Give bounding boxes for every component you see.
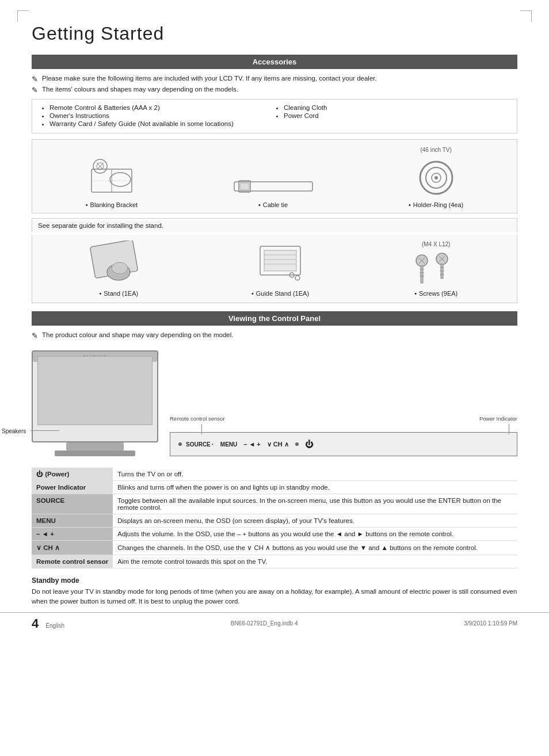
feature-row-power: ⏻ (Power) Turns the TV on or off. bbox=[32, 468, 517, 481]
control-panel-diagram: Remote control sensor Power Indicator SO… bbox=[170, 415, 517, 456]
tv-stand-base bbox=[55, 450, 135, 456]
stand-icon bbox=[90, 240, 147, 287]
blanking-bracket-label: Blanking Bracket bbox=[86, 201, 138, 208]
feature-label-ch: ∨ CH ∧ bbox=[32, 541, 113, 555]
svg-point-24 bbox=[295, 276, 300, 280]
list-item-warranty: Warranty Card / Safety Guide (Not availa… bbox=[49, 120, 274, 127]
svg-rect-19 bbox=[264, 250, 296, 271]
page-title: Getting Started bbox=[32, 23, 517, 44]
feature-row-ch: ∨ CH ∧ Changes the channels. In the OSD,… bbox=[32, 541, 517, 555]
item-guide-stand: Guide Stand (1EA) bbox=[251, 240, 309, 297]
tv-diagram-area: SAMSUNG Speakers Remote control sensor P… bbox=[32, 350, 517, 456]
remote-sensor-label: Remote control sensor bbox=[170, 415, 225, 422]
feature-desc-ch: Changes the channels. In the OSD, use th… bbox=[113, 541, 517, 555]
speakers-line bbox=[30, 430, 59, 431]
feature-row-indicator: Power Indicator Blinks and turns off whe… bbox=[32, 481, 517, 494]
standby-text: Do not leave your TV in standby mode for… bbox=[32, 587, 517, 607]
ch-controls: ∨ CH ∧ bbox=[267, 441, 289, 448]
page-number: 4 bbox=[32, 616, 39, 631]
accessories-items-grid: Blanking Bracket Cable tie (46 inch TV) bbox=[32, 139, 517, 213]
feature-label-remote-sensor: Remote control sensor bbox=[32, 555, 113, 568]
list-item-remote: Remote Control & Batteries (AAA x 2) bbox=[49, 104, 274, 111]
page-wrapper: Getting Started Accessories ✎ Please mak… bbox=[0, 0, 549, 642]
control-panel-section: Viewing the Control Panel ✎ The product … bbox=[32, 311, 517, 607]
features-table: ⏻ (Power) Turns the TV on or off. Power … bbox=[32, 468, 517, 568]
item-holder-ring: (46 inch TV) Holder-Ring (4ea) bbox=[409, 147, 463, 208]
speakers-connector-line bbox=[30, 430, 59, 431]
note-icon-2: ✎ bbox=[32, 86, 38, 94]
page-number-area: 4 English bbox=[32, 616, 64, 631]
corner-mark-tl bbox=[17, 10, 29, 22]
feature-desc-indicator: Blinks and turns off when the power is o… bbox=[113, 481, 517, 494]
stand-label: Stand (1EA) bbox=[99, 290, 138, 297]
screws-label: Screws (9EA) bbox=[414, 290, 458, 297]
list-item-manual: Owner's Instructions bbox=[49, 112, 274, 119]
tv-body: SAMSUNG bbox=[32, 350, 158, 442]
blanking-bracket-icon bbox=[89, 158, 135, 198]
holder-ring-note: (46 inch TV) bbox=[420, 147, 451, 153]
screws-note: (M4 X L12) bbox=[422, 241, 450, 247]
language-label: English bbox=[45, 623, 64, 629]
standby-title: Standby mode bbox=[32, 576, 517, 585]
menu-label: MENU bbox=[220, 441, 237, 448]
stand-items-row: Stand (1EA) Guide Stand (1EA) (M4 X L12) bbox=[32, 235, 517, 303]
screws-icon bbox=[413, 252, 459, 287]
svg-point-17 bbox=[112, 262, 128, 274]
item-screws: (M4 X L12) bbox=[413, 241, 459, 297]
feature-label-menu: MENU bbox=[32, 514, 113, 528]
feature-label-source: SOURCE bbox=[32, 494, 113, 514]
accessories-col-right: Cleaning Cloth Power Cord bbox=[274, 104, 509, 128]
svg-rect-28 bbox=[421, 266, 423, 283]
power-indicator-line bbox=[509, 424, 509, 434]
svg-point-14 bbox=[434, 176, 438, 180]
note-icon-1: ✎ bbox=[32, 75, 38, 83]
feature-desc-source: Toggles between all the available input … bbox=[113, 494, 517, 514]
remote-sensor-line bbox=[201, 424, 202, 434]
page-footer: 4 English BN68-02791D_Eng.indb 4 3/9/201… bbox=[0, 612, 549, 631]
feature-desc-remote-sensor: Aim the remote control towards this spot… bbox=[113, 555, 517, 568]
accessories-header: Accessories bbox=[32, 55, 517, 69]
feature-desc-menu: Displays an on-screen menu, the OSD (on … bbox=[113, 514, 517, 528]
feature-row-remote-sensor: Remote control sensor Aim the remote con… bbox=[32, 555, 517, 568]
power-indicator-label: Power Indicator bbox=[479, 415, 517, 422]
svg-rect-35 bbox=[441, 264, 443, 278]
accessories-col-left: Remote Control & Batteries (AAA x 2) Own… bbox=[40, 104, 274, 128]
svg-rect-10 bbox=[240, 183, 249, 190]
cable-tie-label: Cable tie bbox=[258, 201, 288, 208]
standby-section: Standby mode Do not leave your TV in sta… bbox=[32, 576, 517, 607]
guide-stand-icon bbox=[251, 240, 309, 287]
item-blanking-bracket: Blanking Bracket bbox=[86, 158, 138, 208]
source-label: SOURCE⬞ bbox=[186, 441, 214, 448]
speakers-label: Speakers bbox=[2, 428, 26, 434]
accessories-list-box: Remote Control & Batteries (AAA x 2) Own… bbox=[32, 99, 517, 133]
holder-ring-label: Holder-Ring (4ea) bbox=[409, 201, 463, 208]
control-panel-note: ✎ The product colour and shape may vary … bbox=[32, 331, 517, 340]
control-panel-box: SOURCE⬞ MENU – ◄ + ∨ CH ∧ ⏻ bbox=[170, 432, 517, 456]
item-cable-tie: Cable tie bbox=[233, 175, 314, 208]
note-icon-3: ✎ bbox=[32, 331, 38, 340]
feature-row-source: SOURCE Toggles between all the available… bbox=[32, 494, 517, 514]
footer-date: 3/9/2010 1:10:59 PM bbox=[464, 620, 517, 627]
list-item-cord: Power Cord bbox=[284, 112, 509, 119]
item-stand: Stand (1EA) bbox=[90, 240, 147, 297]
dot-right bbox=[295, 442, 299, 446]
feature-desc-volume: Adjusts the volume. In the OSD, use the … bbox=[113, 528, 517, 541]
list-item-cloth: Cleaning Cloth bbox=[284, 104, 509, 111]
feature-label-power: ⏻ (Power) bbox=[32, 468, 113, 481]
control-labels-row: Remote control sensor Power Indicator bbox=[170, 415, 517, 422]
tv-base bbox=[66, 442, 124, 450]
guide-stand-label: Guide Stand (1EA) bbox=[251, 290, 309, 297]
feature-label-indicator: Power Indicator bbox=[32, 481, 113, 494]
corner-mark-tr bbox=[520, 10, 532, 22]
svg-point-5 bbox=[110, 173, 131, 186]
note-2: ✎ The items' colours and shapes may vary… bbox=[32, 86, 517, 94]
note-1: ✎ Please make sure the following items a… bbox=[32, 75, 517, 83]
tv-screen bbox=[37, 356, 152, 425]
feature-row-volume: – ◄ + Adjusts the volume. In the OSD, us… bbox=[32, 528, 517, 541]
footer-file: BN68-02791D_Eng.indb 4 bbox=[231, 620, 298, 627]
power-button-icon: ⏻ bbox=[305, 440, 313, 449]
stand-note: See separate guide for installing the st… bbox=[32, 218, 517, 232]
control-panel-header: Viewing the Control Panel bbox=[32, 311, 517, 326]
cable-tie-icon bbox=[233, 175, 314, 198]
feature-row-menu: MENU Displays an on-screen menu, the OSD… bbox=[32, 514, 517, 528]
